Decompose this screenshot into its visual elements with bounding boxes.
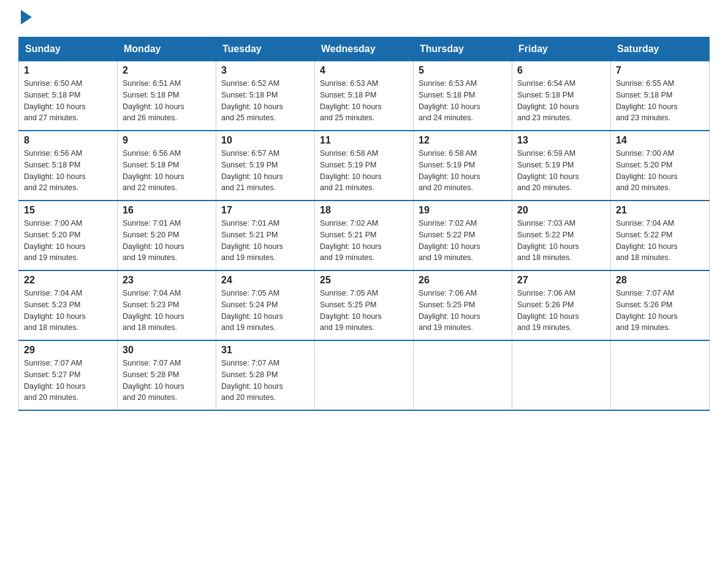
calendar-day-cell: 7 Sunrise: 6:55 AMSunset: 5:18 PMDayligh… xyxy=(611,61,710,131)
day-info: Sunrise: 6:51 AMSunset: 5:18 PMDaylight:… xyxy=(123,79,184,122)
calendar-day-cell: 22 Sunrise: 7:04 AMSunset: 5:23 PMDaylig… xyxy=(19,270,118,340)
calendar-day-cell: 12 Sunrise: 6:58 AMSunset: 5:19 PMDaylig… xyxy=(414,131,512,201)
day-info: Sunrise: 7:06 AMSunset: 5:25 PMDaylight:… xyxy=(419,289,480,332)
day-number: 18 xyxy=(320,205,408,216)
calendar-day-cell: 27 Sunrise: 7:06 AMSunset: 5:26 PMDaylig… xyxy=(512,270,611,340)
day-number: 14 xyxy=(616,135,704,146)
day-info: Sunrise: 6:57 AMSunset: 5:19 PMDaylight:… xyxy=(221,149,283,192)
day-info: Sunrise: 7:06 AMSunset: 5:26 PMDaylight:… xyxy=(517,289,579,332)
calendar-week-row: 29 Sunrise: 7:07 AMSunset: 5:27 PMDaylig… xyxy=(19,340,710,410)
calendar-day-header: Thursday xyxy=(414,37,512,61)
calendar-week-row: 15 Sunrise: 7:00 AMSunset: 5:20 PMDaylig… xyxy=(19,201,710,270)
calendar-day-header: Monday xyxy=(118,37,216,61)
day-info: Sunrise: 7:01 AMSunset: 5:21 PMDaylight:… xyxy=(221,219,283,262)
day-info: Sunrise: 6:53 AMSunset: 5:18 PMDaylight:… xyxy=(419,79,480,122)
calendar-table: SundayMondayTuesdayWednesdayThursdayFrid… xyxy=(18,37,710,411)
calendar-day-cell: 11 Sunrise: 6:58 AMSunset: 5:19 PMDaylig… xyxy=(315,131,414,201)
day-info: Sunrise: 7:04 AMSunset: 5:23 PMDaylight:… xyxy=(123,289,184,332)
calendar-day-header: Sunday xyxy=(19,37,118,61)
day-info: Sunrise: 6:54 AMSunset: 5:18 PMDaylight:… xyxy=(517,79,579,122)
calendar-day-cell: 23 Sunrise: 7:04 AMSunset: 5:23 PMDaylig… xyxy=(118,270,216,340)
day-number: 22 xyxy=(24,275,112,286)
day-info: Sunrise: 7:02 AMSunset: 5:21 PMDaylight:… xyxy=(320,219,382,262)
calendar-week-row: 1 Sunrise: 6:50 AMSunset: 5:18 PMDayligh… xyxy=(19,61,710,131)
calendar-day-cell: 19 Sunrise: 7:02 AMSunset: 5:22 PMDaylig… xyxy=(414,201,512,270)
calendar-header-row: SundayMondayTuesdayWednesdayThursdayFrid… xyxy=(19,37,710,61)
calendar-day-cell: 18 Sunrise: 7:02 AMSunset: 5:21 PMDaylig… xyxy=(315,201,414,270)
day-number: 10 xyxy=(221,135,309,146)
calendar-day-cell: 15 Sunrise: 7:00 AMSunset: 5:20 PMDaylig… xyxy=(19,201,118,270)
calendar-day-cell: 10 Sunrise: 6:57 AMSunset: 5:19 PMDaylig… xyxy=(216,131,315,201)
day-info: Sunrise: 7:05 AMSunset: 5:25 PMDaylight:… xyxy=(320,289,382,332)
calendar-day-cell: 25 Sunrise: 7:05 AMSunset: 5:25 PMDaylig… xyxy=(315,270,414,340)
calendar-day-cell xyxy=(611,340,710,410)
page-header xyxy=(18,12,710,25)
calendar-day-cell: 2 Sunrise: 6:51 AMSunset: 5:18 PMDayligh… xyxy=(118,61,216,131)
day-info: Sunrise: 7:00 AMSunset: 5:20 PMDaylight:… xyxy=(24,219,86,262)
day-number: 12 xyxy=(419,135,507,146)
day-info: Sunrise: 7:07 AMSunset: 5:26 PMDaylight:… xyxy=(616,289,678,332)
logo-arrow-icon xyxy=(21,10,32,25)
calendar-day-cell: 8 Sunrise: 6:56 AMSunset: 5:18 PMDayligh… xyxy=(19,131,118,201)
calendar-day-cell: 9 Sunrise: 6:56 AMSunset: 5:18 PMDayligh… xyxy=(118,131,216,201)
calendar-day-cell: 16 Sunrise: 7:01 AMSunset: 5:20 PMDaylig… xyxy=(118,201,216,270)
calendar-week-row: 8 Sunrise: 6:56 AMSunset: 5:18 PMDayligh… xyxy=(19,131,710,201)
day-number: 19 xyxy=(419,205,507,216)
day-number: 5 xyxy=(419,65,507,76)
day-info: Sunrise: 7:03 AMSunset: 5:22 PMDaylight:… xyxy=(517,219,579,262)
day-number: 17 xyxy=(221,205,309,216)
day-info: Sunrise: 7:05 AMSunset: 5:24 PMDaylight:… xyxy=(221,289,283,332)
day-number: 26 xyxy=(419,275,507,286)
calendar-week-row: 22 Sunrise: 7:04 AMSunset: 5:23 PMDaylig… xyxy=(19,270,710,340)
day-number: 29 xyxy=(24,345,112,356)
calendar-day-cell: 20 Sunrise: 7:03 AMSunset: 5:22 PMDaylig… xyxy=(512,201,611,270)
calendar-day-cell: 24 Sunrise: 7:05 AMSunset: 5:24 PMDaylig… xyxy=(216,270,315,340)
day-number: 8 xyxy=(24,135,112,146)
calendar-day-cell: 28 Sunrise: 7:07 AMSunset: 5:26 PMDaylig… xyxy=(611,270,710,340)
day-info: Sunrise: 7:01 AMSunset: 5:20 PMDaylight:… xyxy=(123,219,184,262)
day-number: 16 xyxy=(123,205,211,216)
day-number: 25 xyxy=(320,275,408,286)
day-info: Sunrise: 6:55 AMSunset: 5:18 PMDaylight:… xyxy=(616,79,678,122)
day-number: 20 xyxy=(517,205,605,216)
day-number: 21 xyxy=(616,205,704,216)
day-number: 13 xyxy=(517,135,605,146)
calendar-day-header: Tuesday xyxy=(216,37,315,61)
day-number: 31 xyxy=(221,345,309,356)
day-number: 11 xyxy=(320,135,408,146)
day-info: Sunrise: 7:04 AMSunset: 5:23 PMDaylight:… xyxy=(24,289,86,332)
day-number: 24 xyxy=(221,275,309,286)
calendar-day-cell xyxy=(315,340,414,410)
calendar-day-cell: 6 Sunrise: 6:54 AMSunset: 5:18 PMDayligh… xyxy=(512,61,611,131)
calendar-day-cell: 29 Sunrise: 7:07 AMSunset: 5:27 PMDaylig… xyxy=(19,340,118,410)
day-number: 23 xyxy=(123,275,211,286)
calendar-day-cell: 21 Sunrise: 7:04 AMSunset: 5:22 PMDaylig… xyxy=(611,201,710,270)
day-info: Sunrise: 6:52 AMSunset: 5:18 PMDaylight:… xyxy=(221,79,283,122)
day-number: 3 xyxy=(221,65,309,76)
day-number: 7 xyxy=(616,65,704,76)
calendar-day-cell xyxy=(414,340,512,410)
day-info: Sunrise: 6:56 AMSunset: 5:18 PMDaylight:… xyxy=(24,149,86,192)
day-info: Sunrise: 7:07 AMSunset: 5:28 PMDaylight:… xyxy=(123,359,184,402)
day-info: Sunrise: 6:58 AMSunset: 5:19 PMDaylight:… xyxy=(320,149,382,192)
day-number: 1 xyxy=(24,65,112,76)
day-number: 15 xyxy=(24,205,112,216)
day-info: Sunrise: 7:07 AMSunset: 5:27 PMDaylight:… xyxy=(24,359,86,402)
calendar-day-cell: 1 Sunrise: 6:50 AMSunset: 5:18 PMDayligh… xyxy=(19,61,118,131)
calendar-day-header: Saturday xyxy=(611,37,710,61)
day-info: Sunrise: 6:59 AMSunset: 5:19 PMDaylight:… xyxy=(517,149,579,192)
calendar-day-cell: 4 Sunrise: 6:53 AMSunset: 5:18 PMDayligh… xyxy=(315,61,414,131)
day-info: Sunrise: 6:53 AMSunset: 5:18 PMDaylight:… xyxy=(320,79,382,122)
calendar-day-cell: 30 Sunrise: 7:07 AMSunset: 5:28 PMDaylig… xyxy=(118,340,216,410)
day-number: 27 xyxy=(517,275,605,286)
day-info: Sunrise: 7:04 AMSunset: 5:22 PMDaylight:… xyxy=(616,219,678,262)
day-info: Sunrise: 7:00 AMSunset: 5:20 PMDaylight:… xyxy=(616,149,678,192)
calendar-day-cell xyxy=(512,340,611,410)
calendar-day-header: Wednesday xyxy=(315,37,414,61)
calendar-day-cell: 3 Sunrise: 6:52 AMSunset: 5:18 PMDayligh… xyxy=(216,61,315,131)
calendar-day-cell: 26 Sunrise: 7:06 AMSunset: 5:25 PMDaylig… xyxy=(414,270,512,340)
day-number: 30 xyxy=(123,345,211,356)
day-info: Sunrise: 6:56 AMSunset: 5:18 PMDaylight:… xyxy=(123,149,184,192)
day-info: Sunrise: 7:07 AMSunset: 5:28 PMDaylight:… xyxy=(221,359,283,402)
day-number: 6 xyxy=(517,65,605,76)
